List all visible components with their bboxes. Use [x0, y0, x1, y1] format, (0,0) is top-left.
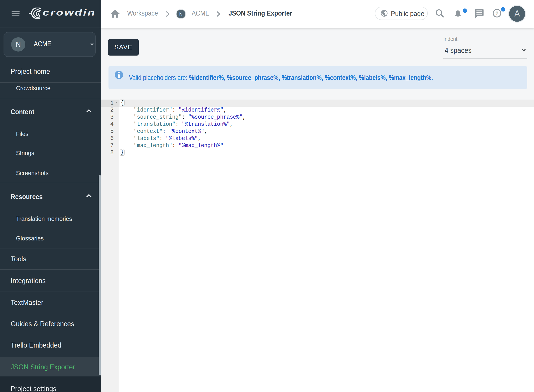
svg-text:?: ?	[496, 10, 498, 16]
